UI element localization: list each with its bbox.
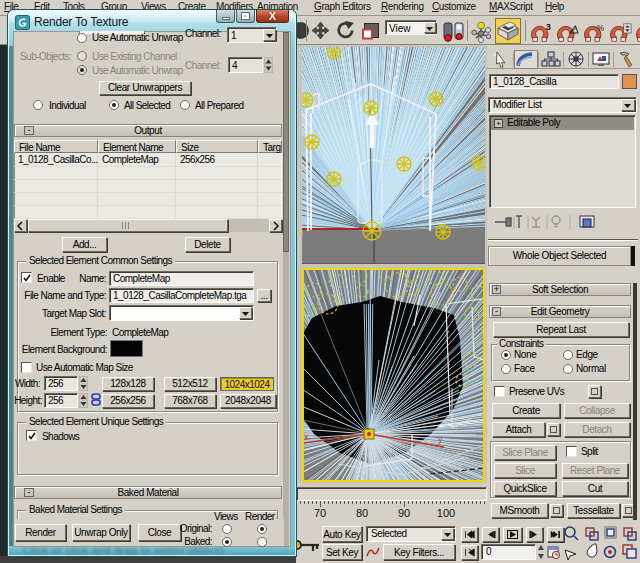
svg-text:100: 100 <box>437 507 455 519</box>
svg-text:y: y <box>438 434 443 444</box>
svg-text:80: 80 <box>356 507 368 519</box>
svg-text:70: 70 <box>314 507 326 519</box>
svg-text:x: x <box>304 432 309 442</box>
svg-text:3: 3 <box>546 22 551 32</box>
svg-text:%: % <box>597 24 605 33</box>
svg-text:90: 90 <box>398 507 410 519</box>
